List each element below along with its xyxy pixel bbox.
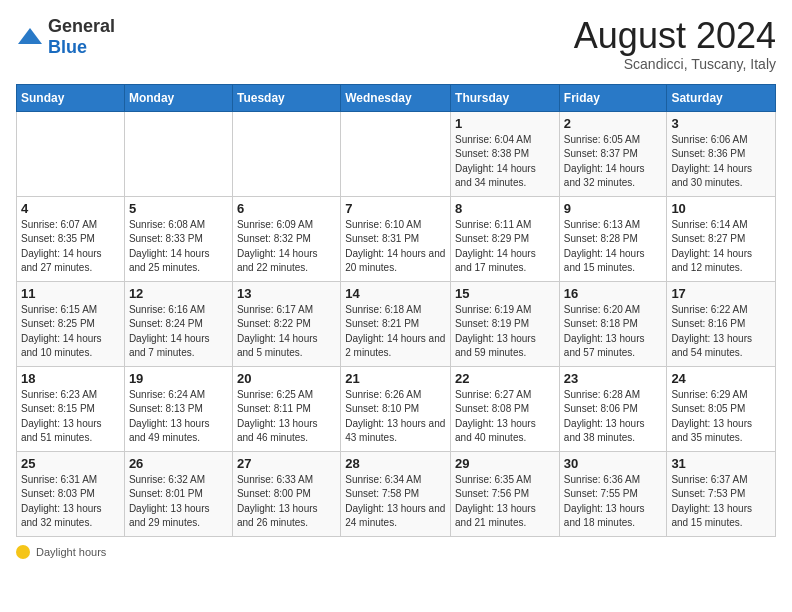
cell-content: Sunrise: 6:08 AM Sunset: 8:33 PM Dayligh… (129, 218, 228, 276)
day-number: 21 (345, 371, 446, 386)
week-row-2: 4Sunrise: 6:07 AM Sunset: 8:35 PM Daylig… (17, 196, 776, 281)
day-number: 27 (237, 456, 336, 471)
calendar-cell: 26Sunrise: 6:32 AM Sunset: 8:01 PM Dayli… (124, 451, 232, 536)
day-number: 20 (237, 371, 336, 386)
day-number: 24 (671, 371, 771, 386)
week-row-3: 11Sunrise: 6:15 AM Sunset: 8:25 PM Dayli… (17, 281, 776, 366)
logo-text: General Blue (48, 16, 115, 58)
day-number: 3 (671, 116, 771, 131)
day-number: 18 (21, 371, 120, 386)
day-header-wednesday: Wednesday (341, 84, 451, 111)
day-header-saturday: Saturday (667, 84, 776, 111)
cell-content: Sunrise: 6:16 AM Sunset: 8:24 PM Dayligh… (129, 303, 228, 361)
week-row-4: 18Sunrise: 6:23 AM Sunset: 8:15 PM Dayli… (17, 366, 776, 451)
calendar-cell: 18Sunrise: 6:23 AM Sunset: 8:15 PM Dayli… (17, 366, 125, 451)
calendar-table: SundayMondayTuesdayWednesdayThursdayFrid… (16, 84, 776, 537)
cell-content: Sunrise: 6:07 AM Sunset: 8:35 PM Dayligh… (21, 218, 120, 276)
cell-content: Sunrise: 6:14 AM Sunset: 8:27 PM Dayligh… (671, 218, 771, 276)
calendar-cell: 7Sunrise: 6:10 AM Sunset: 8:31 PM Daylig… (341, 196, 451, 281)
logo-general: General (48, 16, 115, 36)
cell-content: Sunrise: 6:17 AM Sunset: 8:22 PM Dayligh… (237, 303, 336, 361)
cell-content: Sunrise: 6:23 AM Sunset: 8:15 PM Dayligh… (21, 388, 120, 446)
calendar-header: SundayMondayTuesdayWednesdayThursdayFrid… (17, 84, 776, 111)
day-number: 31 (671, 456, 771, 471)
calendar-cell: 6Sunrise: 6:09 AM Sunset: 8:32 PM Daylig… (232, 196, 340, 281)
calendar-cell: 10Sunrise: 6:14 AM Sunset: 8:27 PM Dayli… (667, 196, 776, 281)
day-number: 12 (129, 286, 228, 301)
calendar-cell: 23Sunrise: 6:28 AM Sunset: 8:06 PM Dayli… (559, 366, 667, 451)
calendar-cell (124, 111, 232, 196)
month-year-title: August 2024 (574, 16, 776, 56)
cell-content: Sunrise: 6:04 AM Sunset: 8:38 PM Dayligh… (455, 133, 555, 191)
logo-icon (16, 26, 44, 48)
day-number: 9 (564, 201, 663, 216)
calendar-cell: 21Sunrise: 6:26 AM Sunset: 8:10 PM Dayli… (341, 366, 451, 451)
day-header-tuesday: Tuesday (232, 84, 340, 111)
day-number: 17 (671, 286, 771, 301)
calendar-cell: 19Sunrise: 6:24 AM Sunset: 8:13 PM Dayli… (124, 366, 232, 451)
footer: Daylight hours (16, 545, 776, 559)
day-number: 11 (21, 286, 120, 301)
logo: General Blue (16, 16, 115, 58)
day-number: 25 (21, 456, 120, 471)
week-row-5: 25Sunrise: 6:31 AM Sunset: 8:03 PM Dayli… (17, 451, 776, 536)
day-header-monday: Monday (124, 84, 232, 111)
calendar-cell: 5Sunrise: 6:08 AM Sunset: 8:33 PM Daylig… (124, 196, 232, 281)
cell-content: Sunrise: 6:27 AM Sunset: 8:08 PM Dayligh… (455, 388, 555, 446)
cell-content: Sunrise: 6:13 AM Sunset: 8:28 PM Dayligh… (564, 218, 663, 276)
day-number: 4 (21, 201, 120, 216)
day-number: 2 (564, 116, 663, 131)
day-number: 13 (237, 286, 336, 301)
day-number: 30 (564, 456, 663, 471)
calendar-cell: 1Sunrise: 6:04 AM Sunset: 8:38 PM Daylig… (451, 111, 560, 196)
cell-content: Sunrise: 6:28 AM Sunset: 8:06 PM Dayligh… (564, 388, 663, 446)
calendar-cell (232, 111, 340, 196)
cell-content: Sunrise: 6:06 AM Sunset: 8:36 PM Dayligh… (671, 133, 771, 191)
day-number: 28 (345, 456, 446, 471)
calendar-cell: 28Sunrise: 6:34 AM Sunset: 7:58 PM Dayli… (341, 451, 451, 536)
calendar-cell: 11Sunrise: 6:15 AM Sunset: 8:25 PM Dayli… (17, 281, 125, 366)
day-number: 29 (455, 456, 555, 471)
calendar-cell: 24Sunrise: 6:29 AM Sunset: 8:05 PM Dayli… (667, 366, 776, 451)
calendar-cell: 16Sunrise: 6:20 AM Sunset: 8:18 PM Dayli… (559, 281, 667, 366)
calendar-cell: 15Sunrise: 6:19 AM Sunset: 8:19 PM Dayli… (451, 281, 560, 366)
day-number: 7 (345, 201, 446, 216)
daylight-hours-label: Daylight hours (36, 546, 106, 558)
day-number: 1 (455, 116, 555, 131)
day-number: 14 (345, 286, 446, 301)
calendar-cell: 17Sunrise: 6:22 AM Sunset: 8:16 PM Dayli… (667, 281, 776, 366)
svg-marker-0 (18, 28, 42, 44)
cell-content: Sunrise: 6:35 AM Sunset: 7:56 PM Dayligh… (455, 473, 555, 531)
calendar-cell: 20Sunrise: 6:25 AM Sunset: 8:11 PM Dayli… (232, 366, 340, 451)
cell-content: Sunrise: 6:18 AM Sunset: 8:21 PM Dayligh… (345, 303, 446, 361)
logo-blue: Blue (48, 37, 87, 57)
cell-content: Sunrise: 6:05 AM Sunset: 8:37 PM Dayligh… (564, 133, 663, 191)
cell-content: Sunrise: 6:29 AM Sunset: 8:05 PM Dayligh… (671, 388, 771, 446)
day-number: 8 (455, 201, 555, 216)
day-number: 19 (129, 371, 228, 386)
location-subtitle: Scandicci, Tuscany, Italy (574, 56, 776, 72)
calendar-cell (17, 111, 125, 196)
day-number: 10 (671, 201, 771, 216)
cell-content: Sunrise: 6:26 AM Sunset: 8:10 PM Dayligh… (345, 388, 446, 446)
day-header-friday: Friday (559, 84, 667, 111)
calendar-cell: 29Sunrise: 6:35 AM Sunset: 7:56 PM Dayli… (451, 451, 560, 536)
calendar-body: 1Sunrise: 6:04 AM Sunset: 8:38 PM Daylig… (17, 111, 776, 536)
day-number: 16 (564, 286, 663, 301)
cell-content: Sunrise: 6:37 AM Sunset: 7:53 PM Dayligh… (671, 473, 771, 531)
day-header-sunday: Sunday (17, 84, 125, 111)
week-row-1: 1Sunrise: 6:04 AM Sunset: 8:38 PM Daylig… (17, 111, 776, 196)
cell-content: Sunrise: 6:20 AM Sunset: 8:18 PM Dayligh… (564, 303, 663, 361)
day-number: 15 (455, 286, 555, 301)
cell-content: Sunrise: 6:34 AM Sunset: 7:58 PM Dayligh… (345, 473, 446, 531)
sun-icon (16, 545, 30, 559)
cell-content: Sunrise: 6:19 AM Sunset: 8:19 PM Dayligh… (455, 303, 555, 361)
day-number: 6 (237, 201, 336, 216)
calendar-cell: 27Sunrise: 6:33 AM Sunset: 8:00 PM Dayli… (232, 451, 340, 536)
cell-content: Sunrise: 6:25 AM Sunset: 8:11 PM Dayligh… (237, 388, 336, 446)
day-number: 23 (564, 371, 663, 386)
cell-content: Sunrise: 6:09 AM Sunset: 8:32 PM Dayligh… (237, 218, 336, 276)
cell-content: Sunrise: 6:31 AM Sunset: 8:03 PM Dayligh… (21, 473, 120, 531)
calendar-cell (341, 111, 451, 196)
cell-content: Sunrise: 6:11 AM Sunset: 8:29 PM Dayligh… (455, 218, 555, 276)
